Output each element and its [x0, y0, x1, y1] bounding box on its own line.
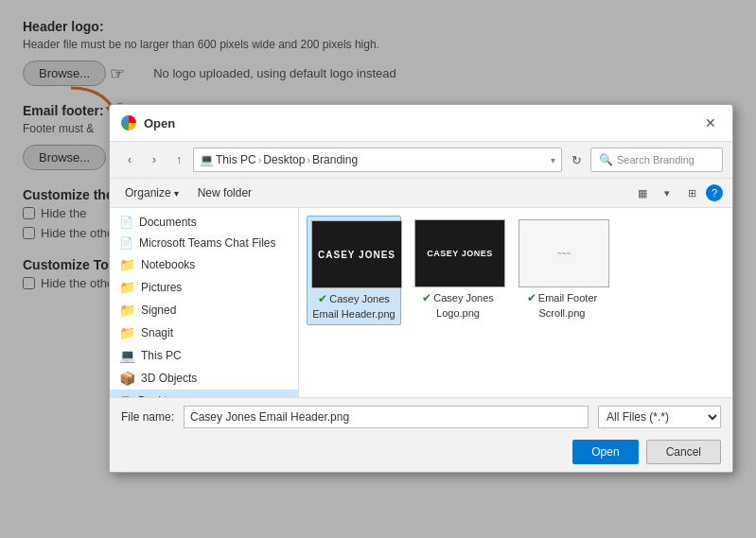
dialog-toolbar: ‹ › ↑ 💻 This PC › Desktop › Branding ▾ ↻… — [110, 142, 732, 179]
tree-item-label: Snagit — [141, 326, 173, 339]
dialog-body: 📄 Documents 📄 Microsoft Teams Chat Files… — [110, 208, 732, 397]
organize-button[interactable]: Organize ▾ — [119, 183, 185, 202]
tree-item-label: Notebooks — [141, 258, 195, 271]
view-grid-button[interactable]: ▦ — [632, 182, 653, 203]
chrome-icon — [121, 115, 136, 130]
file-email-footer[interactable]: ~~~ ✔Email Footer Scroll.png — [515, 216, 609, 325]
snagit-icon: 📁 — [119, 325, 135, 340]
view-chevron-button[interactable]: ▾ — [657, 182, 677, 203]
tree-item-3dobjects[interactable]: 📦 3D Objects — [110, 367, 298, 390]
organize-label: Organize — [125, 186, 171, 200]
check-icon-1: ✔ — [318, 292, 327, 305]
pc-icon: 💻 — [200, 153, 214, 166]
casey-logo-label: ✔Casey Jones Logo.png — [414, 291, 501, 320]
open-file-dialog: Open ✕ ‹ › ↑ 💻 This PC › Desktop › Brand… — [109, 104, 733, 473]
path-thispc: 💻 This PC — [200, 153, 256, 166]
casey-header-thumbnail: CASEY JONES — [311, 220, 402, 288]
thispc-icon: 💻 — [119, 348, 135, 363]
email-footer-label: ✔Email Footer Scroll.png — [519, 291, 606, 320]
tree-item-desktop[interactable]: 🖥 Desktop — [110, 390, 298, 397]
signed-icon: 📁 — [119, 303, 135, 318]
view-buttons: ▦ ▾ ⊞ ? — [632, 182, 723, 203]
casey-header-label: ✔Casey Jones Email Header.png — [311, 292, 396, 321]
path-desktop: Desktop — [263, 153, 305, 166]
tree-item-snagit[interactable]: 📁 Snagit — [110, 321, 298, 344]
dialog-titlebar: Open ✕ — [110, 105, 732, 142]
casey-logo-thumbnail: CASEY JONES — [414, 219, 505, 287]
dialog-footer: File name: All Files (*.*) — [110, 397, 732, 436]
dialog-action-row: Open Cancel — [110, 436, 732, 472]
nav-forward-button[interactable]: › — [144, 149, 165, 170]
dialog-close-button[interactable]: ✕ — [700, 113, 721, 133]
file-view: CASEY JONES ✔Casey Jones Email Header.pn… — [299, 208, 732, 397]
teams-icon: 📄 — [119, 236, 133, 250]
filename-input[interactable] — [184, 406, 589, 428]
tree-item-signed[interactable]: 📁 Signed — [110, 299, 298, 321]
search-box[interactable]: 🔍 Search Branding — [590, 148, 723, 172]
refresh-button[interactable]: ↻ — [566, 149, 587, 170]
new-folder-button[interactable]: New folder — [192, 183, 257, 202]
tree-item-teams[interactable]: 📄 Microsoft Teams Chat Files — [110, 233, 298, 253]
tree-item-label: Pictures — [141, 281, 182, 294]
email-footer-thumbnail: ~~~ — [519, 219, 609, 287]
dialog-actions-bar: Organize ▾ New folder ▦ ▾ ⊞ ? — [110, 179, 732, 208]
folder-tree: 📄 Documents 📄 Microsoft Teams Chat Files… — [110, 208, 299, 397]
path-branding: Branding — [312, 153, 358, 166]
dialog-title: Open — [144, 116, 700, 130]
organize-chevron-icon: ▾ — [174, 188, 179, 199]
cancel-button[interactable]: Cancel — [646, 440, 721, 464]
view-tiles-button[interactable]: ⊞ — [681, 182, 702, 203]
path-sep-1: › — [258, 154, 262, 165]
tree-item-notebooks[interactable]: 📁 Notebooks — [110, 253, 298, 276]
tree-item-documents[interactable]: 📄 Documents — [110, 212, 298, 233]
address-path: 💻 This PC › Desktop › Branding — [200, 153, 547, 166]
nav-back-button[interactable]: ‹ — [119, 149, 140, 170]
tree-item-pictures[interactable]: 📁 Pictures — [110, 276, 298, 299]
tree-item-label: 3D Objects — [141, 372, 197, 385]
3dobjects-icon: 📦 — [119, 371, 135, 386]
filetype-select[interactable]: All Files (*.*) — [598, 406, 721, 428]
notebooks-icon: 📁 — [119, 257, 135, 272]
path-sep-2: › — [307, 154, 310, 165]
tree-item-thispc[interactable]: 💻 This PC — [110, 344, 298, 367]
open-button[interactable]: Open — [572, 440, 638, 464]
check-icon-3: ✔ — [527, 291, 536, 304]
search-icon: 🔍 — [599, 153, 613, 166]
view-help-button[interactable]: ? — [706, 184, 723, 201]
file-casey-logo[interactable]: CASEY JONES ✔Casey Jones Logo.png — [411, 216, 505, 325]
tree-item-label: This PC — [141, 349, 182, 362]
file-casey-header[interactable]: CASEY JONES ✔Casey Jones Email Header.pn… — [307, 216, 401, 325]
tree-item-label: Signed — [141, 304, 176, 317]
filename-label: File name: — [121, 410, 174, 424]
tree-item-label: Documents — [139, 216, 197, 229]
check-icon-2: ✔ — [422, 291, 431, 304]
address-chevron[interactable]: ▾ — [551, 155, 555, 165]
search-placeholder: Search Branding — [617, 154, 694, 165]
pictures-icon: 📁 — [119, 280, 135, 295]
address-bar: 💻 This PC › Desktop › Branding ▾ — [193, 148, 562, 172]
tree-item-label: Microsoft Teams Chat Files — [139, 236, 276, 250]
nav-up-button[interactable]: ↑ — [168, 149, 189, 170]
documents-icon: 📄 — [119, 216, 133, 229]
